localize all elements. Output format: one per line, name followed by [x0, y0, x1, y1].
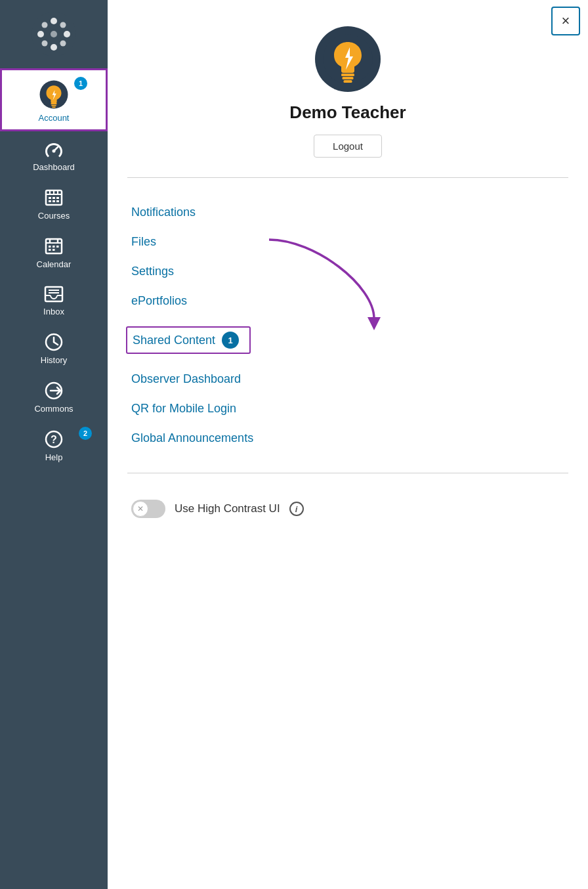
toggle-thumb: ✕ — [133, 501, 148, 517]
logo-circle — [32, 12, 76, 56]
settings-link[interactable]: Settings — [131, 257, 564, 286]
svg-rect-25 — [56, 200, 59, 202]
account-label: Account — [39, 113, 70, 123]
sidebar-item-account[interactable]: 1 Account — [0, 68, 108, 131]
toggle-wrapper[interactable]: ✕ — [131, 500, 165, 518]
help-badge: 2 — [79, 427, 92, 440]
calendar-icon — [44, 236, 64, 256]
svg-point-7 — [60, 41, 66, 47]
toggle-track[interactable]: ✕ — [131, 500, 165, 518]
sidebar-item-inbox[interactable]: Inbox — [0, 276, 108, 323]
svg-rect-30 — [49, 246, 51, 248]
observer-dashboard-link[interactable]: Observer Dashboard — [131, 364, 564, 394]
commons-icon — [44, 381, 64, 401]
info-icon[interactable]: i — [289, 502, 304, 516]
svg-rect-24 — [52, 200, 55, 202]
menu-links: Notifications Files Settings ePortfolios… — [108, 191, 588, 460]
history-label: History — [41, 355, 67, 365]
high-contrast-section: ✕ Use High Contrast UI i — [108, 487, 588, 531]
notifications-link[interactable]: Notifications — [131, 198, 564, 227]
svg-rect-31 — [52, 246, 55, 248]
account-icon — [39, 79, 69, 110]
svg-rect-20 — [49, 197, 51, 199]
profile-name: Demo Teacher — [289, 102, 406, 123]
svg-point-8 — [51, 31, 57, 37]
svg-rect-50 — [344, 80, 352, 83]
svg-rect-34 — [52, 249, 55, 251]
svg-rect-33 — [49, 249, 51, 251]
shared-content-link[interactable]: Shared Content 1 — [131, 318, 251, 362]
profile-bulb-icon — [322, 33, 374, 85]
profile-section: Demo Teacher Logout — [108, 0, 588, 164]
logo-icon — [34, 14, 74, 54]
files-link[interactable]: Files — [131, 227, 564, 257]
svg-point-5 — [60, 22, 66, 28]
sidebar-item-help[interactable]: 2 ? Help — [0, 420, 108, 469]
sidebar-item-history[interactable]: History — [0, 323, 108, 372]
svg-marker-51 — [368, 317, 381, 330]
courses-icon — [44, 188, 64, 207]
history-icon — [44, 332, 64, 352]
svg-point-2 — [37, 31, 44, 37]
svg-point-14 — [52, 150, 56, 153]
shared-content-highlight: Shared Content 1 — [126, 326, 251, 354]
svg-point-3 — [64, 31, 70, 37]
main-content: × Demo Teacher Logout Notifications — [108, 0, 588, 889]
shared-content-badge: 1 — [222, 332, 239, 349]
qr-mobile-login-link[interactable]: QR for Mobile Login — [131, 394, 564, 423]
svg-rect-48 — [341, 74, 354, 76]
svg-text:?: ? — [51, 434, 57, 445]
sidebar: 1 Account Dashboard — [0, 0, 108, 889]
sidebar-item-commons[interactable]: Commons — [0, 372, 108, 420]
commons-label: Commons — [34, 404, 73, 414]
close-button[interactable]: × — [551, 7, 580, 35]
profile-avatar — [315, 26, 381, 92]
svg-rect-22 — [56, 197, 59, 199]
dashboard-icon — [43, 141, 64, 159]
svg-rect-11 — [51, 105, 56, 106]
svg-point-6 — [42, 41, 48, 47]
svg-line-42 — [54, 342, 58, 345]
section-divider-top — [127, 177, 568, 178]
inbox-icon — [44, 285, 64, 303]
help-icon: ? — [44, 429, 64, 449]
dashboard-label: Dashboard — [33, 162, 75, 172]
svg-point-0 — [51, 18, 57, 24]
eportfolios-link[interactable]: ePortfolios — [131, 286, 564, 316]
inbox-label: Inbox — [43, 307, 64, 316]
sidebar-item-courses[interactable]: Courses — [0, 179, 108, 227]
courses-label: Courses — [38, 211, 70, 221]
logout-button[interactable]: Logout — [314, 135, 382, 158]
svg-point-4 — [42, 22, 48, 28]
svg-point-1 — [51, 44, 57, 51]
toggle-label: Use High Contrast UI — [175, 502, 280, 515]
sidebar-item-calendar[interactable]: Calendar — [0, 227, 108, 276]
calendar-label: Calendar — [37, 259, 72, 269]
svg-rect-10 — [51, 103, 56, 104]
section-divider-bottom — [127, 473, 568, 473]
account-badge: 1 — [74, 77, 87, 90]
sidebar-item-dashboard[interactable]: Dashboard — [0, 131, 108, 179]
svg-rect-49 — [343, 77, 354, 79]
sidebar-logo — [0, 0, 108, 68]
help-label: Help — [45, 452, 63, 462]
svg-rect-12 — [52, 106, 55, 108]
global-announcements-link[interactable]: Global Announcements — [131, 423, 564, 453]
svg-rect-23 — [49, 200, 51, 202]
svg-rect-32 — [56, 246, 59, 248]
svg-rect-21 — [52, 197, 55, 199]
